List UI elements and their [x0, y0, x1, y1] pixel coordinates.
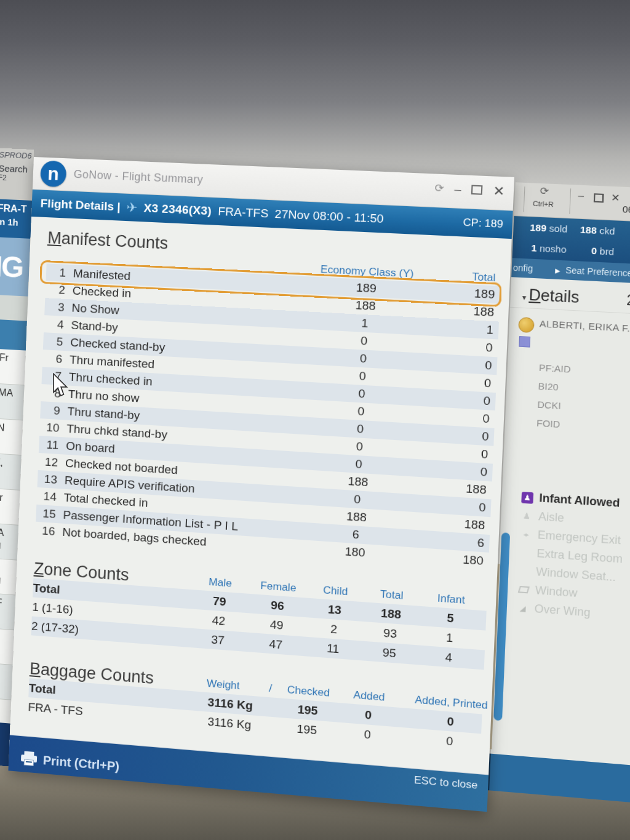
- minimize-button[interactable]: –: [578, 190, 584, 202]
- emergency-exit-icon: [520, 528, 532, 540]
- gender-badge-icon: [519, 336, 530, 348]
- passenger-list-item[interactable]: ILZ, D: [0, 453, 22, 490]
- row-number: 1: [46, 265, 74, 280]
- passenger-list-item[interactable]: DA D: [0, 662, 13, 700]
- total-value: 95: [361, 644, 418, 662]
- passenger-detail-partial: D: [0, 400, 23, 412]
- total-value: 0: [418, 390, 495, 409]
- total-value: 188: [423, 302, 500, 319]
- passenger-name-partial: KE F: [0, 596, 15, 609]
- titlebar-divider: [569, 188, 571, 214]
- child-value: 11: [305, 639, 361, 657]
- manifest-counts-table: Economy Class (Y) Total 1 Manifested 189…: [35, 249, 501, 570]
- printer-icon: [21, 751, 38, 767]
- print-button[interactable]: Print (Ctrl+P): [21, 751, 120, 774]
- seat-preference-menu[interactable]: ▶ Seat Preference: [555, 265, 630, 279]
- passenger-name-partial: He: [0, 561, 17, 575]
- passenger-detail-partial: D, M: [0, 540, 18, 552]
- aisle-icon: [520, 510, 533, 522]
- left-window-toolbar: [0, 319, 27, 350]
- row-number: 14: [36, 489, 64, 505]
- passenger-detail-partial: D, M: [0, 644, 14, 657]
- flight-tab-time: in 1h: [0, 216, 31, 228]
- screen-plane: SPROD6 Search F2 FRA-T in 1h IG A Fr ID …: [7, 157, 630, 840]
- male-value: 42: [189, 612, 248, 630]
- total-value: 0: [416, 461, 493, 479]
- baggage-counts-section: Baggage Counts Weight / Checked Added Ad…: [28, 652, 483, 753]
- infant-allowed-icon: [521, 491, 533, 503]
- seat-attribute-label: Window: [535, 584, 577, 601]
- total-value: 1: [421, 319, 498, 337]
- row-number: 11: [39, 438, 66, 453]
- stat-label: brd: [599, 246, 614, 257]
- flight-tab[interactable]: FRA-T in 1h: [0, 199, 32, 239]
- row-number: 6: [42, 351, 70, 366]
- passenger-name: ALBERTI, ERIKA F..: [540, 318, 630, 336]
- row-number: 9: [40, 403, 68, 418]
- config-menu-partial[interactable]: onfig: [513, 263, 533, 274]
- flight-stats-panel: 189 sold 188 ckd 189 lid 1 nosho 0 brd 1…: [512, 216, 630, 266]
- window-title: GoNow - Flight Summary: [73, 168, 203, 186]
- passenger-detail-partial: D, IN: [0, 574, 17, 586]
- checked-value: 195: [276, 720, 337, 738]
- left-window-spacer: [0, 295, 28, 321]
- stat-label: ckd: [599, 225, 615, 237]
- stat-label: sold: [549, 223, 567, 234]
- row-number: 7: [42, 369, 70, 384]
- total-value: 0: [421, 337, 498, 355]
- passenger-name-partial: A Fr: [0, 491, 20, 505]
- row-number: 2: [45, 282, 73, 297]
- menu-arrow-icon: ▶: [555, 267, 560, 274]
- passenger-list-item[interactable]: KE F D: [0, 593, 15, 630]
- passenger-detail-partial: D: [0, 435, 22, 447]
- passenger-name-partial: E MA: [0, 386, 24, 399]
- passenger-list-item[interactable]: A Fr ID: [0, 348, 26, 385]
- cp-count: CP: 189: [463, 216, 503, 231]
- male-value: 37: [189, 631, 247, 649]
- window-controls: ⟳ – ✕: [434, 182, 504, 198]
- dialog-body: Manifest Counts Economy Class (Y) Total …: [10, 217, 511, 754]
- manifest-rows: 1 Manifested 189 189 2 Checked in 188 18…: [35, 263, 500, 570]
- passenger-list-item[interactable]: A Fr D: [0, 488, 20, 526]
- passenger-detail-partial: D: [0, 679, 12, 691]
- female-value: 47: [247, 635, 306, 653]
- passenger-detail-partial: D: [0, 470, 21, 482]
- collapse-caret-icon: ▾: [522, 293, 527, 302]
- child-value: 2: [306, 620, 362, 638]
- passenger-list-item[interactable]: E MA D: [0, 383, 25, 420]
- row-number: 15: [36, 506, 63, 522]
- passenger-name-partial: A Fr: [0, 351, 26, 364]
- male-value: 79: [190, 593, 249, 610]
- environment-label: SPROD6: [0, 150, 34, 161]
- window-icon: [517, 583, 530, 596]
- added-value: 0: [337, 725, 398, 744]
- clock-label: 06:5: [622, 204, 630, 215]
- zone-counts-section: Zone Counts Male Female Child Total Infa…: [31, 554, 487, 670]
- passenger-list-item[interactable]: RIN D: [0, 418, 23, 455]
- passenger-list-item[interactable]: URA D, M: [0, 523, 18, 561]
- close-button[interactable]: ✕: [493, 184, 505, 198]
- refresh-icon[interactable]: ⟳: [434, 183, 444, 194]
- flight-details-label: Flight Details |: [40, 197, 121, 214]
- seat-attribute-list: Infant Allowed Aisle Emergency Exit Extr…: [496, 487, 630, 628]
- total-value: 0: [417, 426, 494, 444]
- maximize-button[interactable]: [471, 185, 483, 194]
- passenger-details[interactable]: ALBERTI, ERIKA F.. Female PF:AIDBI20DCKI…: [504, 308, 630, 440]
- passenger-list-item[interactable]: He D, IN: [0, 558, 17, 595]
- close-button[interactable]: ✕: [611, 191, 620, 204]
- total-value: 0: [417, 443, 493, 462]
- infant-value: 5: [419, 609, 482, 627]
- row-number: 4: [44, 317, 71, 332]
- refresh-icon[interactable]: ⟳: [540, 185, 549, 197]
- minimize-button[interactable]: –: [454, 183, 461, 195]
- maximize-button[interactable]: [594, 193, 604, 202]
- details-panel: ▾ Details 25B ALBERTI, ERIKA F.. Female …: [491, 277, 630, 762]
- seat-attribute-label: Infant Allowed: [539, 492, 620, 510]
- stat-item: 189 ca: [613, 246, 630, 265]
- row-number: 3: [44, 300, 72, 314]
- plane-icon: ✈: [126, 200, 138, 215]
- passenger-detail-partial: D: [0, 609, 15, 622]
- status-badge-icon: [518, 317, 535, 333]
- passenger-list-item[interactable]: A Ju D, M: [0, 628, 14, 665]
- seat-preference-label: Seat Preference: [565, 265, 630, 279]
